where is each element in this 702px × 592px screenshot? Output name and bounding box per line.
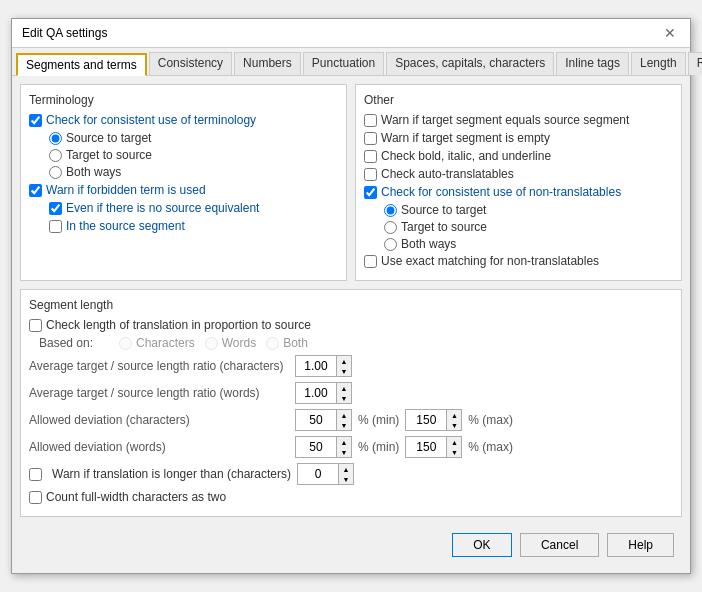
help-button[interactable]: Help <box>607 533 674 557</box>
other-both-ways-label[interactable]: Both ways <box>401 237 456 251</box>
even-no-source-label[interactable]: Even if there is no source equivalent <box>66 201 259 215</box>
deviation-words-max-input[interactable]: 150 <box>406 437 446 457</box>
tab-regex[interactable]: Regex <box>688 52 702 75</box>
check-length-proportion-row: Check length of translation in proportio… <box>29 318 673 332</box>
deviation-chars-max-increment[interactable]: ▲ <box>447 410 461 420</box>
deviation-chars-min-decrement[interactable]: ▼ <box>337 420 351 430</box>
check-consistent-use-label[interactable]: Check for consistent use of terminology <box>46 113 256 127</box>
check-non-translatables-checkbox[interactable] <box>364 186 377 199</box>
avg-chars-decrement[interactable]: ▼ <box>337 366 351 376</box>
other-both-ways-radio[interactable] <box>384 238 397 251</box>
source-to-target-radio[interactable] <box>49 132 62 145</box>
warn-target-equals-source-label[interactable]: Warn if target segment equals source seg… <box>381 113 629 127</box>
dialog-title: Edit QA settings <box>22 26 107 40</box>
other-source-to-target-radio[interactable] <box>384 204 397 217</box>
deviation-words-max-spinner: 150 ▲ ▼ <box>405 436 462 458</box>
warn-longer-input[interactable]: 0 <box>298 464 338 484</box>
avg-chars-input[interactable]: 1.00 <box>296 356 336 376</box>
other-both-ways-row: Both ways <box>384 237 673 251</box>
deviation-chars-max-input[interactable]: 150 <box>406 410 446 430</box>
check-auto-translatables-label[interactable]: Check auto-translatables <box>381 167 514 181</box>
tab-numbers[interactable]: Numbers <box>234 52 301 75</box>
both-radio[interactable] <box>266 337 279 350</box>
words-label[interactable]: Words <box>222 336 256 350</box>
check-consistent-use-row: Check for consistent use of terminology <box>29 113 338 127</box>
deviation-words-min-decrement[interactable]: ▼ <box>337 447 351 457</box>
source-to-target-label[interactable]: Source to target <box>66 131 151 145</box>
other-panel: Other Warn if target segment equals sour… <box>355 84 682 281</box>
in-source-segment-checkbox[interactable] <box>49 220 62 233</box>
warn-longer-decrement[interactable]: ▼ <box>339 474 353 484</box>
check-length-proportion-label[interactable]: Check length of translation in proportio… <box>46 318 311 332</box>
avg-chars-spinner: 1.00 ▲ ▼ <box>295 355 352 377</box>
tab-segments-and-terms[interactable]: Segments and terms <box>16 53 147 76</box>
deviation-words-max-decrement[interactable]: ▼ <box>447 447 461 457</box>
warn-longer-btns: ▲ ▼ <box>338 464 353 484</box>
target-to-source-radio[interactable] <box>49 149 62 162</box>
cancel-button[interactable]: Cancel <box>520 533 599 557</box>
deviation-chars-row: Allowed deviation (characters) 50 ▲ ▼ % … <box>29 409 673 431</box>
both-ways-label[interactable]: Both ways <box>66 165 121 179</box>
tab-length[interactable]: Length <box>631 52 686 75</box>
check-consistent-use-checkbox[interactable] <box>29 114 42 127</box>
both-label[interactable]: Both <box>283 336 308 350</box>
warn-target-empty-label[interactable]: Warn if target segment is empty <box>381 131 550 145</box>
other-target-to-source-radio[interactable] <box>384 221 397 234</box>
warn-longer-increment[interactable]: ▲ <box>339 464 353 474</box>
warn-forbidden-term-label[interactable]: Warn if forbidden term is used <box>46 183 206 197</box>
deviation-chars-min-increment[interactable]: ▲ <box>337 410 351 420</box>
check-bold-italic-label[interactable]: Check bold, italic, and underline <box>381 149 551 163</box>
avg-chars-spinner-btns: ▲ ▼ <box>336 356 351 376</box>
deviation-words-max-increment[interactable]: ▲ <box>447 437 461 447</box>
even-no-source-checkbox[interactable] <box>49 202 62 215</box>
other-title: Other <box>364 93 673 107</box>
count-fullwidth-checkbox[interactable] <box>29 491 42 504</box>
warn-longer-label[interactable]: Warn if translation is longer than (char… <box>52 467 291 481</box>
count-fullwidth-row: Count full-width characters as two <box>29 490 673 504</box>
avg-words-input[interactable]: 1.00 <box>296 383 336 403</box>
based-on-label: Based on: <box>39 336 109 350</box>
check-length-proportion-checkbox[interactable] <box>29 319 42 332</box>
terminology-title: Terminology <box>29 93 338 107</box>
deviation-words-min-label: % (min) <box>358 440 399 454</box>
other-source-to-target-label[interactable]: Source to target <box>401 203 486 217</box>
deviation-chars-max-decrement[interactable]: ▼ <box>447 420 461 430</box>
other-target-to-source-label[interactable]: Target to source <box>401 220 487 234</box>
ok-button[interactable]: OK <box>452 533 512 557</box>
warn-longer-checkbox[interactable] <box>29 468 42 481</box>
tab-punctuation[interactable]: Punctuation <box>303 52 384 75</box>
deviation-words-min-increment[interactable]: ▲ <box>337 437 351 447</box>
check-auto-translatables-checkbox[interactable] <box>364 168 377 181</box>
check-bold-italic-checkbox[interactable] <box>364 150 377 163</box>
tab-spaces-capitals-characters[interactable]: Spaces, capitals, characters <box>386 52 554 75</box>
avg-words-decrement[interactable]: ▼ <box>337 393 351 403</box>
deviation-chars-label: Allowed deviation (characters) <box>29 413 289 427</box>
characters-radio[interactable] <box>119 337 132 350</box>
avg-words-increment[interactable]: ▲ <box>337 383 351 393</box>
warn-target-empty-checkbox[interactable] <box>364 132 377 145</box>
check-non-translatables-label[interactable]: Check for consistent use of non-translat… <box>381 185 621 199</box>
words-radio[interactable] <box>205 337 218 350</box>
deviation-chars-max-btns: ▲ ▼ <box>446 410 461 430</box>
title-bar: Edit QA settings ✕ <box>12 19 690 48</box>
deviation-chars-min-input[interactable]: 50 <box>296 410 336 430</box>
tab-inline-tags[interactable]: Inline tags <box>556 52 629 75</box>
count-fullwidth-label[interactable]: Count full-width characters as two <box>46 490 226 504</box>
close-button[interactable]: ✕ <box>660 25 680 41</box>
terminology-panel: Terminology Check for consistent use of … <box>20 84 347 281</box>
characters-label[interactable]: Characters <box>136 336 195 350</box>
avg-words-row: Average target / source length ratio (wo… <box>29 382 673 404</box>
deviation-words-min-input[interactable]: 50 <box>296 437 336 457</box>
target-to-source-label[interactable]: Target to source <box>66 148 152 162</box>
warn-target-equals-source-checkbox[interactable] <box>364 114 377 127</box>
warn-forbidden-term-checkbox[interactable] <box>29 184 42 197</box>
deviation-words-label: Allowed deviation (words) <box>29 440 289 454</box>
use-exact-matching-checkbox[interactable] <box>364 255 377 268</box>
source-to-target-row: Source to target <box>49 131 338 145</box>
both-ways-radio[interactable] <box>49 166 62 179</box>
tab-consistency[interactable]: Consistency <box>149 52 232 75</box>
in-source-segment-label[interactable]: In the source segment <box>66 219 185 233</box>
check-auto-translatables-row: Check auto-translatables <box>364 167 673 181</box>
use-exact-matching-label[interactable]: Use exact matching for non-translatables <box>381 254 599 268</box>
avg-chars-increment[interactable]: ▲ <box>337 356 351 366</box>
